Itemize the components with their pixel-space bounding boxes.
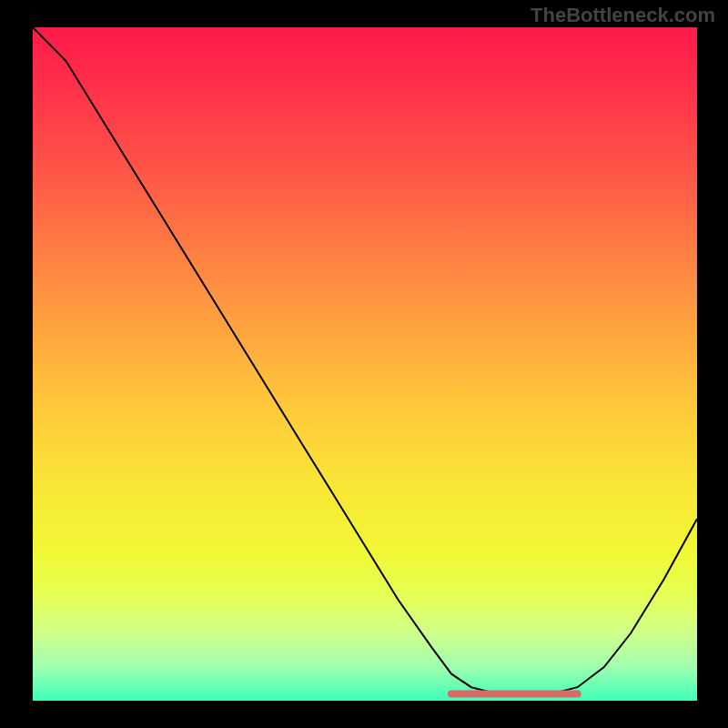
- chart-plot-area: [33, 27, 697, 701]
- chart-curve-line: [33, 27, 697, 694]
- watermark-text: TheBottleneck.com: [531, 4, 715, 27]
- chart-svg: [33, 27, 697, 701]
